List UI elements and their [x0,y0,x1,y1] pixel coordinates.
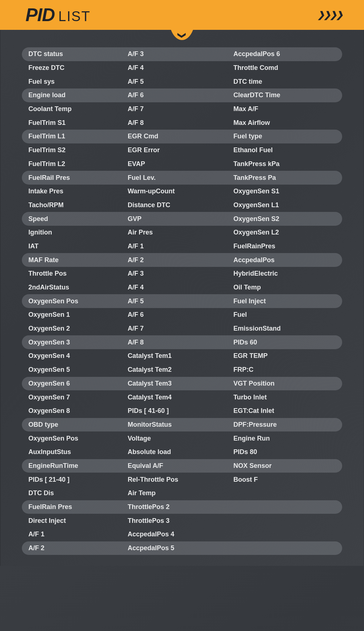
header: PID LIST ❯❯❯❯ ❯ [0,0,364,30]
pid-cell: DTC Dis [22,489,121,497]
table-row: PIDs [ 21-40 ]Rel-Throttle PosBoost F [22,473,342,486]
pid-cell: ThrottlePos 3 [121,517,227,525]
chevron-down-icon: ❯ [177,32,187,39]
pid-cell: Fuel type [227,133,342,140]
table-row: OxygenSen 3A/F 8PIDs 60 [22,335,342,349]
pid-cell: MAF Rate [22,256,121,264]
pid-cell: EGR Error [121,146,227,154]
table-row: DTC statusA/F 3AccpedalPos 6 [22,47,342,61]
pid-cell: Fuel Inject [227,297,342,305]
pid-cell: A/F 5 [121,78,227,86]
pid-cell: Equival A/F [121,462,227,470]
pid-cell: OxygenSen 1 [22,311,121,319]
pid-cell: EGR TEMP [227,352,342,360]
pid-cell: AccpedalPos [227,256,342,264]
table-row: IATA/F 1FuelRainPres [22,240,342,253]
pid-cell: AccpedalPos 4 [121,531,227,538]
table-row: OxygenSen 6Catalyst Tem3VGT Position [22,377,342,391]
pid-cell: AccpedalPos 6 [227,50,342,58]
pid-cell: EngineRunTime [22,462,121,470]
pid-cell: A/F 5 [121,297,227,305]
pid-cell: AccpedalPos 5 [121,544,227,552]
pid-cell: IAT [22,242,121,250]
pid-cell: OxygenSen L2 [227,229,342,236]
pid-cell: A/F 1 [22,531,121,538]
pid-cell: DTC time [227,78,342,86]
table-row: OxygenSen 8PIDs [ 41-60 ]EGT:Cat Inlet [22,404,342,418]
table-row: Throttle PosA/F 3HybridElectric [22,267,342,281]
pid-cell: OxygenSen 6 [22,380,121,387]
pid-cell: OxygenSen L1 [227,201,342,209]
pid-cell: OxygenSen 3 [22,339,121,346]
pid-cell: FuelTrim L2 [22,160,121,168]
pid-cell: EVAP [121,160,227,168]
pid-cell: Throttle Comd [227,64,342,72]
pid-cell: Absolute load [121,448,227,456]
pid-cell: 2ndAirStatus [22,284,121,291]
pid-cell: PIDs 60 [227,339,342,346]
table-row: Engine loadA/F 6ClearDTC Time [22,88,342,102]
pid-cell: PIDs [ 41-60 ] [121,407,227,415]
pid-cell: A/F 8 [121,119,227,127]
pid-cell: FuelRain Pres [22,503,121,511]
pid-cell: OxygenSen Pos [22,297,121,305]
pid-cell: Turbo Inlet [227,394,342,401]
pid-cell: Fuel Lev. [121,174,227,182]
pid-cell: VGT Position [227,380,342,387]
table-row: EngineRunTimeEquival A/FNOX Sensor [22,459,342,473]
table-row: 2ndAirStatusA/F 4Oil Temp [22,281,342,295]
pid-cell: A/F 4 [121,64,227,72]
pid-cell: Catalyst Tem4 [121,394,227,401]
table-row: IgnitionAir PresOxygenSen L2 [22,226,342,240]
table-row: A/F 2AccpedalPos 5 [22,541,342,555]
pid-cell: Air Temp [121,489,227,497]
table-row: MAF RateA/F 2AccpedalPos [22,253,342,267]
pid-cell: EGT:Cat Inlet [227,407,342,415]
pid-cell: OxygenSen 4 [22,352,121,360]
table-row: OxygenSen 5Catalyst Tem2FRP:C [22,363,342,377]
pid-cell: FuelRainPres [227,242,342,250]
pid-cell: AuxInputStus [22,448,121,456]
pid-cell: FRP:C [227,366,342,374]
pid-cell: A/F 4 [121,284,227,291]
table-row: Freeze DTCA/F 4Throttle Comd [22,61,342,75]
pid-cell: PIDs [ 21-40 ] [22,476,121,484]
pid-cell: DTC status [22,50,121,58]
table-row: Tacho/RPMDistance DTCOxygenSen L1 [22,198,342,212]
table-row: SpeedGVPOxygenSen S2 [22,212,342,226]
title-light: LIST [58,9,90,24]
pid-cell: Rel-Throttle Pos [121,476,227,484]
pid-cell: A/F 7 [121,325,227,332]
pid-cell: Intake Pres [22,188,121,195]
pid-cell: OxygenSen 2 [22,325,121,332]
pid-cell: Air Pres [121,229,227,236]
table-row: Intake PresWarm-upCountOxygenSen S1 [22,185,342,198]
table-row: Direct InjectThrottlePos 3 [22,514,342,528]
pid-cell: A/F 3 [121,270,227,277]
header-title-group: PID LIST [25,4,91,25]
pid-cell: EmissionStand [227,325,342,332]
pid-cell: FuelTrim L1 [22,133,121,140]
pid-cell: Distance DTC [121,201,227,209]
table-row: Fuel sysA/F 5DTC time [22,75,342,88]
pid-cell: MonitorStatus [121,421,227,429]
table-row: OxygenSen 2A/F 7EmissionStand [22,322,342,336]
pid-cell: Oil Temp [227,284,342,291]
pid-cell: A/F 7 [121,105,227,113]
header-notch: ❯ [169,30,195,40]
pid-cell: HybridElectric [227,270,342,277]
table-row: FuelRain PresThrottlePos 2 [22,500,342,514]
pid-cell: A/F 1 [121,242,227,250]
table-row: OxygenSen PosVoltageEngine Run [22,431,342,445]
pid-list-content: DTC statusA/F 3AccpedalPos 6Freeze DTCA/… [0,47,364,566]
pid-cell: Max A/F [227,105,342,113]
pid-cell: ThrottlePos 2 [121,503,227,511]
pid-cell: A/F 8 [121,339,227,346]
table-row: DTC DisAir Temp [22,486,342,500]
table-row: A/F 1AccpedalPos 4 [22,528,342,541]
pid-cell: FuelTrim S1 [22,119,121,127]
pid-cell: OxygenSen S2 [227,215,342,223]
table-row: OBD typeMonitorStatusDPF:Pressure [22,418,342,432]
pid-cell: OxygenSen 8 [22,407,121,415]
pid-cell: Catalyst Tem2 [121,366,227,374]
